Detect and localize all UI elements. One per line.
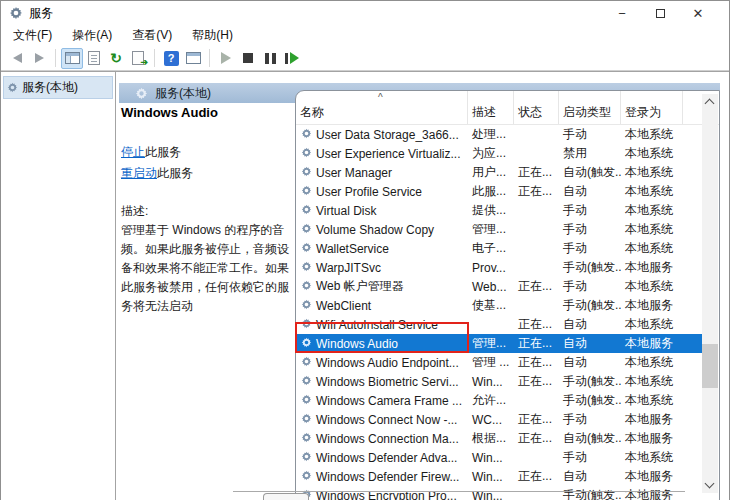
menu-action[interactable]: 操作(A) — [62, 25, 122, 46]
back-button[interactable] — [6, 48, 28, 69]
service-description: Win... — [468, 375, 514, 389]
services-window: 服务 − ✕ 文件(F) 操作(A) 查看(V) 帮助(H) ↻ ? — [0, 0, 730, 500]
restart-service-button[interactable] — [281, 48, 303, 69]
table-row[interactable]: Windows Encryption Pro...Win...手动(触发...本… — [296, 486, 702, 500]
table-row[interactable]: WalletService电子...手动本地系统 — [296, 239, 702, 258]
service-startup-type: 自动 — [559, 468, 621, 485]
pause-icon — [265, 53, 276, 64]
service-startup-type: 手动 — [559, 126, 621, 143]
properties-button[interactable] — [83, 48, 105, 69]
restart-service-link[interactable]: 重启动此服务 — [121, 165, 293, 182]
service-logon-as: 本地服务 — [621, 430, 683, 447]
maximize-button[interactable] — [641, 1, 679, 25]
service-gear-icon — [301, 356, 312, 370]
table-row[interactable]: Windows Biometric Servi...Win...正在...手动(… — [296, 372, 702, 391]
stop-service-link[interactable]: 停止此服务 — [121, 144, 293, 161]
service-logon-as: 本地系统 — [621, 183, 683, 200]
service-description: Win... — [468, 451, 514, 465]
restart-link-text: 重启动 — [121, 166, 157, 180]
service-logon-as: 本地服务 — [621, 335, 683, 352]
table-row[interactable]: Windows Audio Endpoint...管理 ...正在...自动本地… — [296, 353, 702, 372]
tree-item-services-local[interactable]: 服务(本地) — [3, 76, 113, 99]
service-status: 正在... — [514, 373, 559, 390]
table-row[interactable]: Windows Connect Now -...WC...正在...手动本地服务 — [296, 410, 702, 429]
column-header-status[interactable]: 状态 — [514, 91, 559, 124]
export-list-button[interactable] — [127, 48, 149, 69]
table-row[interactable]: Windows Camera Frame ...允许...手动(触发...本地系… — [296, 391, 702, 410]
start-service-button[interactable] — [215, 48, 237, 69]
service-name: Windows Connect Now -... — [316, 413, 457, 427]
table-row[interactable]: Volume Shadow Copy管理...手动本地系统 — [296, 220, 702, 239]
service-description: Prov... — [468, 261, 514, 275]
service-list-panel: ^ 名称 描述 状态 启动类型 登录为 User Data Storage_3a… — [295, 90, 720, 500]
toolbar-separator — [55, 49, 56, 67]
scroll-down-button[interactable] — [702, 477, 718, 493]
menu-view[interactable]: 查看(V) — [122, 25, 182, 46]
service-logon-as: 本地系统 — [621, 240, 683, 257]
title-bar: 服务 − ✕ — [1, 1, 729, 25]
chevron-down-icon — [705, 479, 715, 489]
show-action-pane-button[interactable] — [182, 48, 204, 69]
service-gear-icon — [301, 432, 312, 446]
column-header-logon-as[interactable]: 登录为 — [621, 91, 683, 124]
forward-button[interactable] — [28, 48, 50, 69]
table-row[interactable]: User Data Storage_3a66...处理...手动本地系统 — [296, 125, 702, 144]
service-logon-as: 本地系统 — [621, 354, 683, 371]
service-description: 处理... — [468, 126, 514, 143]
service-status: 正在... — [514, 316, 559, 333]
service-gear-icon — [301, 375, 312, 389]
service-logon-as: 本地系统 — [621, 449, 683, 466]
table-row[interactable]: Windows Defender Adva...Win...手动本地系统 — [296, 448, 702, 467]
table-row[interactable]: Web 帐户管理器Web...正在...手动本地系统 — [296, 277, 702, 296]
close-button[interactable]: ✕ — [679, 1, 717, 25]
toolbar: ↻ ? — [1, 46, 729, 71]
services-gear-icon — [7, 82, 18, 93]
service-startup-type: 手动(触发... — [559, 297, 621, 314]
vertical-scrollbar[interactable] — [702, 94, 718, 493]
service-list-rows: User Data Storage_3a66...处理...手动本地系统User… — [296, 125, 702, 500]
column-header-description[interactable]: 描述 — [468, 91, 514, 124]
service-logon-as: 本地服务 — [621, 487, 683, 500]
menu-help[interactable]: 帮助(H) — [182, 25, 243, 46]
service-gear-icon — [301, 413, 312, 427]
table-row[interactable]: Virtual Disk提供...手动本地系统 — [296, 201, 702, 220]
service-name: Windows Connection Ma... — [316, 432, 459, 446]
refresh-button[interactable]: ↻ — [105, 48, 127, 69]
service-gear-icon — [301, 280, 312, 294]
scroll-up-button[interactable] — [702, 94, 718, 110]
pause-service-button[interactable] — [259, 48, 281, 69]
table-row[interactable]: User Profile Service此服...正在...自动本地系统 — [296, 182, 702, 201]
table-row[interactable]: User Manager用户...正在...自动(触发...本地系统 — [296, 163, 702, 182]
table-row[interactable]: WebClient使基...手动(触发...本地服务 — [296, 296, 702, 315]
scrollbar-thumb[interactable] — [702, 344, 718, 388]
service-logon-as: 本地服务 — [621, 259, 683, 276]
service-gear-icon — [301, 166, 312, 180]
help-button[interactable]: ? — [160, 48, 182, 69]
table-row[interactable]: User Experience Virtualiz...为应...禁用本地系统 — [296, 144, 702, 163]
services-gear-icon — [9, 6, 23, 20]
table-row[interactable]: WarpJITSvcProv...手动(触发...本地服务 — [296, 258, 702, 277]
service-startup-type: 手动 — [559, 411, 621, 428]
pane-banner-label: 服务(本地) — [155, 85, 211, 102]
service-name: WarpJITSvc — [316, 261, 381, 275]
service-name: Windows Audio — [316, 337, 398, 351]
service-name: Windows Defender Firew... — [316, 470, 459, 484]
service-status: 正在... — [514, 278, 559, 295]
table-row[interactable]: Windows Audio管理...正在...自动本地服务 — [296, 334, 702, 353]
stop-service-button[interactable] — [237, 48, 259, 69]
menu-file[interactable]: 文件(F) — [3, 25, 62, 46]
table-row[interactable]: Windows Connection Ma...根据...正在...自动(触发.… — [296, 429, 702, 448]
table-row[interactable]: Windows Defender Firew...Win...正在...自动本地… — [296, 467, 702, 486]
service-gear-icon — [301, 394, 312, 408]
service-description: 为应... — [468, 145, 514, 162]
maximize-icon — [656, 9, 665, 18]
service-logon-as: 本地系统 — [621, 373, 683, 390]
service-startup-type: 禁用 — [559, 145, 621, 162]
list-header: ^ 名称 描述 状态 启动类型 登录为 — [296, 91, 719, 125]
restart-link-suffix: 此服务 — [157, 166, 193, 180]
service-gear-icon — [301, 318, 312, 332]
minimize-button[interactable]: − — [603, 1, 641, 25]
column-header-startup-type[interactable]: 启动类型 — [559, 91, 621, 124]
table-row[interactable]: Wifi AutoInstall Service正在...自动本地系统 — [296, 315, 702, 334]
show-console-tree-button[interactable] — [61, 48, 83, 69]
